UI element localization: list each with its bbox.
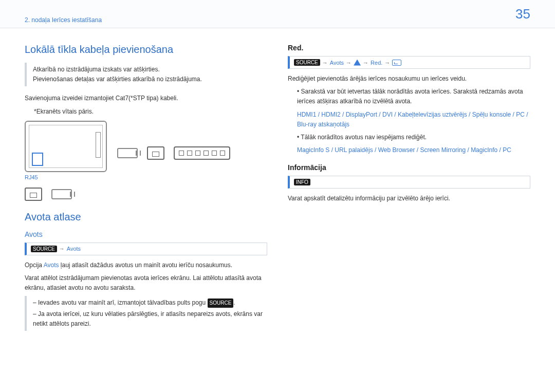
diagram-device: RJ45 xyxy=(25,121,107,201)
enter-icon xyxy=(392,60,401,66)
device-illustration xyxy=(25,121,107,172)
text-option-source: Opcija Avots ļauj atlasīt dažādus avotus… xyxy=(25,260,267,270)
heading-lan-cable: Lokālā tīkla kabeļa pievienošana xyxy=(25,44,267,55)
ethernet-port-icon xyxy=(25,188,42,201)
text-display-source: Varat attēlot izstrādājumam pievienotas … xyxy=(25,273,267,293)
network-hub-icon xyxy=(174,146,230,160)
nav-path-edit: SOURCE → Avots → → Red. → xyxy=(288,56,530,69)
source-button-badge: SOURCE xyxy=(208,298,234,308)
note-line: Atkarībā no izstrādājuma izskats var atš… xyxy=(33,65,263,74)
cable-plug-icon xyxy=(51,189,72,199)
path-step: Avots xyxy=(67,246,81,252)
note-source-switch: – Ievades avotu var mainīt arī, izmantoj… xyxy=(25,296,267,331)
ethernet-port-icon xyxy=(147,146,164,160)
arrow-icon: → xyxy=(59,246,65,252)
subheading-source: Avots xyxy=(25,230,267,238)
rj45-port-icon xyxy=(32,153,43,166)
editable-sources-list: HDMI1 / HDMI2 / DisplayPort / DVI / Kabe… xyxy=(297,110,530,129)
note-appearance: Atkarībā no izstrādājuma izskats var atš… xyxy=(25,63,267,86)
info-button-badge: INFO xyxy=(294,179,310,185)
heading-source-select: Avota atlase xyxy=(25,211,267,223)
path-step: Red. xyxy=(371,60,382,66)
up-triangle-icon xyxy=(354,60,361,66)
source-button-badge: SOURCE xyxy=(31,246,57,252)
page-header: 2. nodaļa Ierīces iestatīšana 35 xyxy=(0,0,555,28)
arrow-icon: → xyxy=(322,60,328,66)
path-step: Avots xyxy=(330,60,344,66)
note-line: Pievienošanas detaļas var atšķirties atk… xyxy=(33,74,263,84)
text-info-desc: Varat apskatīt detalizētu informāciju pa… xyxy=(288,194,530,203)
rj45-label: RJ45 xyxy=(25,174,107,180)
note-line: – Ievades avotu var mainīt arī, izmantoj… xyxy=(33,298,263,308)
diagram-lan: RJ45 xyxy=(25,121,267,201)
source-button-badge: SOURCE xyxy=(294,59,320,66)
noneditable-sources-list: MagicInfo S / URL palaidējs / Web Browse… xyxy=(297,145,530,155)
source-list-block: • Sarakstā var būt ietvertas tālāk norād… xyxy=(288,87,530,155)
bullet-text: • Tālāk norādītos avotus nav iespējams r… xyxy=(297,133,530,142)
bullet-text: • Sarakstā var būt ietvertas tālāk norād… xyxy=(297,87,530,106)
text-stp: *Ekranēts vītais pāris. xyxy=(25,107,267,117)
nav-path-source: SOURCE → Avots xyxy=(25,242,267,255)
page-number: 35 xyxy=(515,6,530,22)
text-edit-desc: Rediģējiet pievienotās ārējās ierīces no… xyxy=(288,74,530,84)
diagram-hub-side xyxy=(117,121,230,160)
arrow-icon: → xyxy=(363,60,368,66)
subheading-edit: Red. xyxy=(288,44,530,52)
arrow-icon: → xyxy=(384,60,390,66)
text-connection: Savienojuma izveidei izmantojiet Cat7(*S… xyxy=(25,94,267,103)
nav-path-info: INFO xyxy=(288,176,530,189)
right-column: Red. SOURCE → Avots → → Red. → Rediģējie… xyxy=(288,44,530,338)
page-content: Lokālā tīkla kabeļa pievienošana Atkarīb… xyxy=(0,28,555,338)
chapter-label: 2. nodaļa Ierīces iestatīšana xyxy=(25,16,102,24)
left-column: Lokālā tīkla kabeļa pievienošana Atkarīb… xyxy=(25,44,267,338)
arrow-icon: → xyxy=(346,60,351,66)
cable-plug-icon xyxy=(117,148,138,158)
note-line: – Ja avota ierīcei, uz kuru vēlaties pār… xyxy=(33,309,263,329)
subheading-info: Informācija xyxy=(288,163,530,172)
